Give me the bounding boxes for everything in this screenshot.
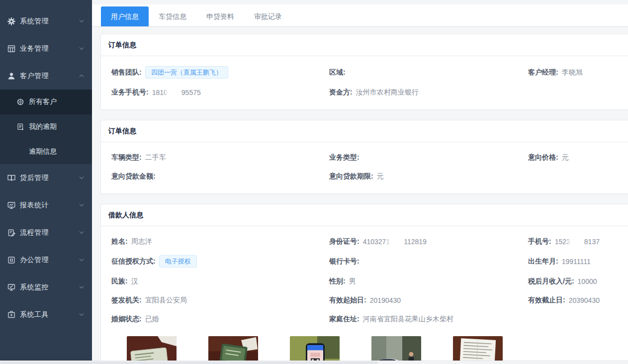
book-icon bbox=[7, 174, 16, 182]
card-title: 订单信息 bbox=[101, 120, 628, 142]
field-home-address: 家庭住址: 河南省宜阳县花果山乡木柴村 bbox=[329, 314, 528, 324]
sidebar-item-system-tools[interactable]: 系统工具 bbox=[0, 301, 92, 328]
chevron-down-icon bbox=[79, 176, 84, 180]
field-valid-to: 有效截止日: 20390430 bbox=[528, 295, 628, 305]
field-monthly-income: 税后月收入/元: 10000 bbox=[528, 276, 628, 286]
sidebar-item-process-management[interactable]: 流程管理 bbox=[0, 219, 92, 246]
sidebar-item-system-monitor[interactable]: 系统监控 bbox=[0, 273, 92, 301]
photo-item: 其他材料 bbox=[453, 336, 503, 361]
field-id-number: 身份证号: 4103271112819 bbox=[329, 236, 528, 247]
sidebar: 系统管理 业务管理 客户管理 bbox=[0, 0, 92, 361]
field-gender: 性别: 男 bbox=[329, 276, 528, 286]
sidebar-item-label: 系统监控 bbox=[20, 283, 79, 292]
photo-item: 驾驶证图片 bbox=[208, 336, 258, 361]
horizontal-scrollbar[interactable] bbox=[0, 361, 628, 364]
tab-car-loan-info[interactable]: 车贷信息 bbox=[149, 6, 196, 26]
sidebar-item-label: 业务管理 bbox=[20, 44, 79, 53]
chevron-up-icon bbox=[79, 74, 84, 78]
photo-item: 本人照 bbox=[127, 336, 177, 361]
field-intent-loan-amount: 意向贷款金额: bbox=[111, 171, 329, 182]
handwritten-paper-photo[interactable] bbox=[453, 336, 503, 361]
document-icon bbox=[16, 123, 24, 131]
sidebar-item-label: 报表统计 bbox=[20, 201, 79, 210]
sidebar-item-label: 系统工具 bbox=[20, 310, 79, 319]
field-bank-card: 银行卡号: bbox=[329, 255, 528, 268]
tab-user-info[interactable]: 用户信息 bbox=[101, 6, 149, 26]
sidebar-item-overdue-info[interactable]: 逾期信息 bbox=[0, 139, 92, 164]
sidebar-item-report-statistics[interactable]: 报表统计 bbox=[0, 191, 92, 219]
phone-qr-photo[interactable] bbox=[290, 336, 340, 361]
sidebar-item-post-loan-management[interactable]: 贷后管理 bbox=[0, 164, 92, 191]
tab-approval-records[interactable]: 审批记录 bbox=[244, 6, 292, 26]
green-booklet-photo[interactable] bbox=[208, 336, 258, 361]
field-ethnicity: 民族: 汉 bbox=[111, 276, 329, 286]
app-window: 系统管理 业务管理 客户管理 bbox=[0, 0, 628, 364]
sidebar-submenu-customer: 所有客户 我的逾期 逾期信息 bbox=[0, 90, 92, 164]
field-mobile-phone: 手机号: 15238137 bbox=[528, 236, 628, 247]
sidebar-item-business-management[interactable]: 业务管理 bbox=[0, 35, 92, 62]
card-title: 借款人信息 bbox=[101, 204, 628, 226]
sidebar-item-system-management[interactable]: 系统管理 bbox=[0, 7, 92, 35]
field-funder: 资金方: 汝州市农村商业银行 bbox=[329, 87, 528, 97]
clipboard-icon bbox=[7, 228, 16, 237]
sidebar-item-office-management[interactable]: 办公管理 bbox=[0, 246, 92, 273]
sidebar-item-label: 流程管理 bbox=[20, 228, 79, 237]
chevron-down-icon bbox=[79, 313, 84, 316]
field-customer-manager: 客户经理: 李晓旭 bbox=[528, 66, 628, 79]
sidebar-item-my-overdue[interactable]: 我的逾期 bbox=[0, 114, 92, 139]
monitor-check-icon bbox=[7, 283, 16, 292]
field-business-type: 业务类型: bbox=[329, 152, 528, 163]
field-credit-auth-method: 征信授权方式: 电子授权 bbox=[111, 255, 329, 268]
photo-thumbnails: 本人照 bbox=[127, 336, 628, 361]
wheel-icon bbox=[16, 98, 24, 106]
field-birth-date: 出生年月: 19911111 bbox=[528, 255, 628, 268]
main-content: 用户信息 车贷信息 申贷资料 审批记录 订单信息 销售团队: 四团一营（直属王鹏… bbox=[92, 0, 628, 361]
top-strip bbox=[92, 0, 628, 4]
field-name: 姓名: 周志洋 bbox=[111, 236, 329, 247]
gear-icon bbox=[7, 17, 16, 26]
chevron-down-icon bbox=[79, 47, 84, 50]
credit-auth-tag[interactable]: 电子授权 bbox=[159, 255, 197, 268]
chevron-down-icon bbox=[79, 231, 84, 234]
sidebar-item-label: 系统管理 bbox=[20, 17, 79, 26]
square-icon bbox=[7, 256, 16, 265]
field-intent-price: 意向价格: 元 bbox=[528, 152, 628, 163]
car-person-photo[interactable] bbox=[371, 336, 421, 361]
card-borrower-info: 借款人信息 姓名: 周志洋 身份证号: 4103271112819 手机号: bbox=[100, 204, 628, 361]
sales-team-tag[interactable]: 四团一营（直属王鹏飞） bbox=[145, 66, 228, 79]
sidebar-item-label: 贷后管理 bbox=[20, 174, 79, 182]
sidebar-item-all-customers[interactable]: 所有客户 bbox=[0, 90, 92, 114]
field-vehicle-type: 车辆类型: 二手车 bbox=[111, 152, 329, 163]
card-order-info-1: 订单信息 销售团队: 四团一营（直属王鹏飞） 区域: 客户经理: bbox=[100, 34, 628, 110]
grid-icon bbox=[7, 44, 16, 53]
sidebar-item-label: 客户管理 bbox=[20, 72, 79, 81]
monitor-icon bbox=[7, 201, 16, 210]
chevron-down-icon bbox=[79, 19, 84, 23]
photo-qr: 授权码截图 bbox=[290, 336, 340, 361]
sidebar-item-label: 我的逾期 bbox=[29, 122, 57, 131]
sidebar-nav: 系统管理 业务管理 客户管理 bbox=[0, 0, 92, 328]
id-card-photo[interactable] bbox=[127, 336, 177, 361]
card-title: 订单信息 bbox=[101, 34, 628, 56]
card-order-info-2: 订单信息 车辆类型: 二手车 业务类型: 意向价格: 元 bbox=[100, 120, 628, 194]
redaction-blur bbox=[168, 90, 181, 95]
field-region: 区域: bbox=[329, 66, 528, 79]
sidebar-item-label: 逾期信息 bbox=[29, 147, 57, 156]
chevron-down-icon bbox=[79, 258, 84, 262]
field-valid-from: 有效起始日: 20190430 bbox=[329, 295, 528, 305]
field-issuing-authority: 签发机关: 宜阳县公安局 bbox=[111, 295, 329, 305]
toolbox-icon bbox=[7, 310, 16, 319]
redaction-blur bbox=[571, 239, 584, 245]
scrollbar-thumb[interactable] bbox=[0, 362, 378, 364]
chevron-down-icon bbox=[79, 285, 84, 289]
sidebar-item-label: 所有客户 bbox=[29, 97, 57, 106]
field-sales-team: 销售团队: 四团一营（直属王鹏飞） bbox=[111, 66, 329, 79]
tab-loan-application-docs[interactable]: 申贷资料 bbox=[196, 6, 244, 26]
user-icon bbox=[7, 72, 16, 81]
sidebar-item-label: 办公管理 bbox=[20, 256, 79, 265]
tab-bar: 用户信息 车贷信息 申贷资料 审批记录 bbox=[92, 4, 628, 27]
sidebar-item-customer-management[interactable]: 客户管理 bbox=[0, 62, 92, 90]
field-intent-loan-term: 意向贷款期限: 元 bbox=[329, 171, 528, 182]
photo-item: 人车图 bbox=[371, 336, 421, 361]
content-panel: 订单信息 销售团队: 四团一营（直属王鹏飞） 区域: 客户经理: bbox=[92, 27, 628, 361]
